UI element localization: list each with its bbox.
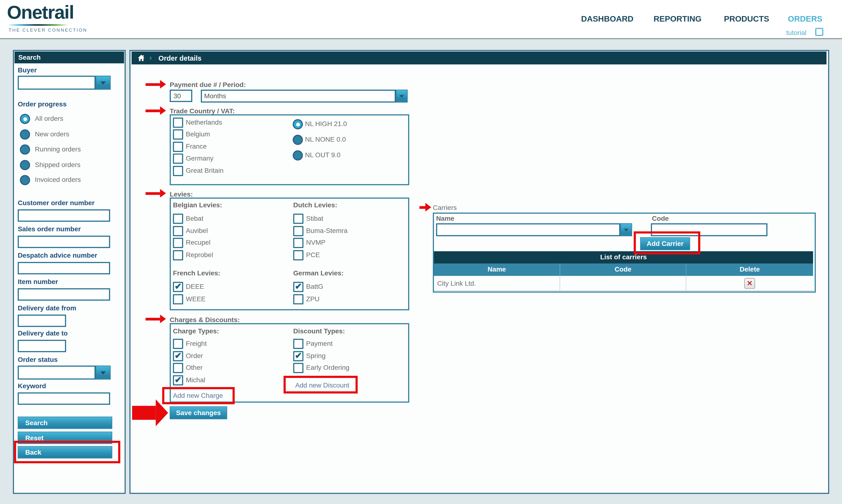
chevron-down-icon[interactable] (96, 76, 111, 90)
tutorial-label[interactable]: tutorial (786, 29, 806, 36)
checkbox-battg[interactable] (293, 282, 304, 292)
checkbox-zpu-label: ZPU (306, 295, 320, 303)
col-code: Code (560, 264, 686, 276)
checkbox-zpu[interactable] (293, 294, 304, 305)
radio-nl-none-label: NL NONE 0.0 (305, 136, 346, 143)
checkbox-other[interactable] (173, 363, 183, 373)
radio-new-orders[interactable] (20, 129, 30, 140)
chevron-down-icon[interactable] (620, 223, 632, 236)
radio-nl-high-label: NL HIGH 21.0 (305, 120, 347, 128)
sales-order-number-input[interactable] (18, 236, 110, 248)
radio-nl-high[interactable] (293, 119, 303, 129)
nav-dashboard[interactable]: DASHBOARD (581, 14, 633, 23)
nav-orders[interactable]: ORDERS (788, 14, 822, 23)
order-progress-label: Order progress (18, 101, 67, 108)
search-button[interactable]: Search (18, 416, 112, 429)
checkbox-france[interactable] (173, 142, 183, 152)
breadcrumb-chevron-icon: › (149, 53, 152, 62)
checkbox-auvibel-label: Auvibel (186, 227, 208, 235)
checkbox-belgium[interactable] (173, 129, 183, 140)
checkbox-france-label: France (186, 143, 207, 150)
radio-nl-out[interactable] (293, 150, 303, 161)
checkbox-weee[interactable] (173, 294, 183, 305)
order-status-select[interactable] (18, 365, 111, 379)
breadcrumb-title: Order details (159, 54, 202, 62)
discount-types-title: Discount Types: (293, 327, 345, 335)
delete-carrier-button[interactable]: ✕ (745, 278, 755, 289)
carriers-box: Name Code Add Carrier List of carriers N… (433, 213, 816, 293)
checkbox-deee[interactable] (173, 282, 183, 292)
save-changes-button[interactable]: Save changes (170, 407, 227, 419)
checkbox-deee-label: DEEE (186, 283, 204, 290)
buyer-select[interactable] (18, 76, 111, 90)
radio-all-orders[interactable] (20, 114, 30, 124)
carriers-label: Carriers (433, 204, 457, 211)
nav-reporting[interactable]: REPORTING (653, 14, 701, 23)
checkbox-pce[interactable] (293, 250, 304, 260)
delivery-date-to-label: Delivery date to (18, 329, 68, 337)
carrier-row-code (560, 276, 686, 291)
logo-gradient-line (7, 24, 68, 26)
chevron-down-icon[interactable] (396, 90, 408, 103)
checkbox-netherlands[interactable] (173, 118, 183, 128)
checkbox-reprobel[interactable] (173, 250, 183, 260)
radio-nl-none[interactable] (293, 135, 303, 145)
annotation-arrow-carriers (419, 206, 425, 209)
buyer-label: Buyer (18, 67, 37, 74)
period-value[interactable]: Months (201, 90, 396, 103)
breadcrumb: › Order details (132, 52, 827, 65)
belgian-levies-title: Belgian Levies: (173, 201, 222, 209)
carrier-name-select[interactable] (436, 223, 632, 236)
sales-order-number-label: Sales order number (18, 226, 81, 233)
checkbox-bebat[interactable] (173, 214, 183, 224)
checkbox-weee-label: WEEE (186, 295, 205, 303)
keyword-input[interactable] (18, 392, 110, 405)
radio-all-orders-label: All orders (35, 115, 63, 122)
delivery-date-from-input[interactable] (18, 315, 66, 327)
checkbox-freight[interactable] (173, 339, 183, 349)
checkbox-michal[interactable] (173, 375, 183, 385)
chevron-down-icon[interactable] (96, 365, 111, 379)
buyer-value[interactable] (18, 76, 96, 90)
list-of-carriers-title: List of carriers (434, 251, 813, 264)
customer-order-number-input[interactable] (18, 210, 110, 222)
checkbox-great-britain[interactable] (173, 166, 183, 176)
checkbox-stibat[interactable] (293, 214, 304, 224)
carrier-name-value[interactable] (436, 223, 620, 236)
order-status-value[interactable] (18, 365, 96, 379)
checkbox-nvmp[interactable] (293, 238, 304, 248)
radio-running-orders[interactable] (20, 145, 30, 155)
payment-due-label: Payment due # / Period: (170, 81, 246, 88)
tutorial-checkbox[interactable] (815, 28, 823, 36)
carrier-name-label: Name (436, 215, 454, 222)
annotation-arrow-charges (145, 318, 160, 320)
nav-products[interactable]: PRODUCTS (724, 14, 769, 23)
radio-shipped-orders-label: Shipped orders (35, 161, 80, 168)
checkbox-michal-label: Michal (186, 376, 205, 384)
item-number-input[interactable] (18, 288, 110, 301)
checkbox-payment[interactable] (293, 339, 304, 349)
period-select[interactable]: Months (201, 90, 408, 103)
payment-due-input[interactable] (170, 90, 192, 102)
delivery-date-to-input[interactable] (18, 340, 66, 352)
checkbox-early-ordering-label: Early Ordering (306, 364, 350, 372)
despatch-advice-number-input[interactable] (18, 262, 110, 274)
checkbox-spring[interactable] (293, 351, 304, 361)
french-levies-title: French Levies: (173, 269, 220, 277)
checkbox-order[interactable] (173, 351, 183, 361)
checkbox-buma-stemra[interactable] (293, 226, 304, 236)
checkbox-recupel-label: Recupel (186, 239, 211, 246)
checkbox-recupel[interactable] (173, 238, 183, 248)
radio-invoiced-orders[interactable] (20, 175, 30, 185)
checkbox-payment-label: Payment (306, 340, 333, 347)
home-icon[interactable] (137, 54, 145, 61)
despatch-advice-number-label: Despatch advice number (18, 252, 97, 259)
checkbox-early-ordering[interactable] (293, 363, 304, 373)
checkbox-other-label: Other (186, 364, 202, 372)
checkbox-germany[interactable] (173, 154, 183, 164)
onetrail-logo: Onetrail (7, 2, 74, 23)
checkbox-stibat-label: Stibat (306, 215, 323, 222)
carrier-row-name: City Link Ltd. (434, 276, 560, 291)
radio-shipped-orders[interactable] (20, 160, 30, 170)
checkbox-auvibel[interactable] (173, 226, 183, 236)
